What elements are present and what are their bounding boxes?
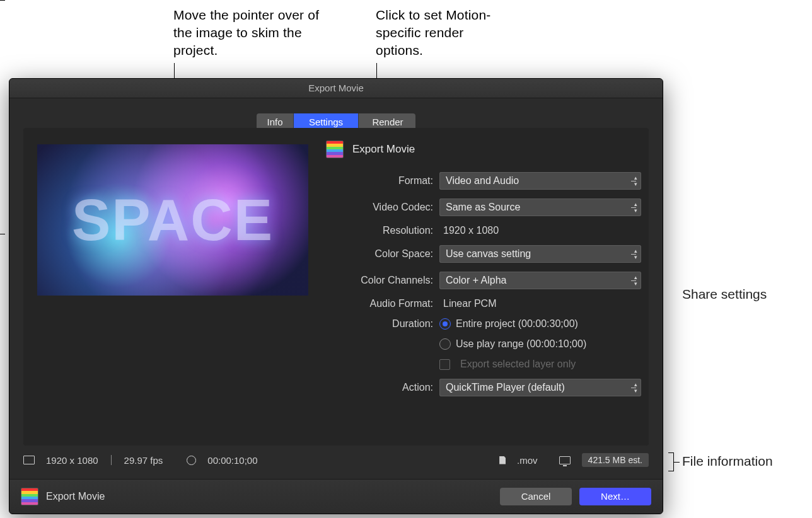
display-icon bbox=[559, 456, 571, 464]
dialog-body: SPACE Export Movie Format: Video and Aud… bbox=[23, 128, 649, 446]
chevron-updown-icon: ▴▾ bbox=[634, 248, 637, 260]
checkbox-export-selected-layer: Export selected layer only bbox=[439, 359, 641, 370]
label-color-space: Color Space: bbox=[326, 248, 433, 260]
info-extension: .mov bbox=[517, 455, 538, 466]
callout-share-settings: Share settings bbox=[682, 287, 767, 302]
radio-use-play-range[interactable]: Use play range (00:00:10;00) bbox=[439, 338, 641, 350]
popup-color-channels[interactable]: Color + Alpha ▴▾ bbox=[439, 272, 641, 289]
popup-action[interactable]: QuickTime Player (default) ▴▾ bbox=[439, 379, 641, 396]
window-title: Export Movie bbox=[9, 79, 663, 98]
export-header-label: Export Movie bbox=[352, 143, 415, 156]
radio-icon bbox=[439, 318, 451, 330]
popup-color-space-value: Use canvas setting bbox=[446, 248, 531, 259]
value-audio-format: Linear PCM bbox=[439, 298, 641, 309]
callout-render: Click to set Motion-specific render opti… bbox=[376, 6, 514, 59]
label-audio-format: Audio Format: bbox=[326, 298, 433, 309]
callout-file-information: File information bbox=[682, 454, 773, 469]
popup-color-space[interactable]: Use canvas setting ▴▾ bbox=[439, 245, 641, 263]
file-icon bbox=[499, 456, 506, 464]
clock-icon bbox=[187, 456, 196, 465]
label-resolution: Resolution: bbox=[326, 225, 433, 236]
separator bbox=[111, 455, 112, 465]
next-button[interactable]: Next… bbox=[579, 488, 651, 505]
info-duration: 00:00:10;00 bbox=[207, 455, 257, 466]
label-action: Action: bbox=[326, 382, 433, 393]
preview-thumbnail[interactable]: SPACE bbox=[37, 144, 308, 296]
label-video-codec: Video Codec: bbox=[326, 202, 433, 213]
popup-format[interactable]: Video and Audio ▴▾ bbox=[439, 172, 641, 190]
popup-color-channels-value: Color + Alpha bbox=[446, 275, 507, 285]
callout-skim: Move the pointer over of the image to sk… bbox=[173, 6, 337, 59]
dialog-footer: Export Movie Cancel Next… bbox=[9, 479, 663, 514]
checkbox-export-selected-layer-label: Export selected layer only bbox=[460, 359, 576, 370]
chevron-updown-icon: ▴▾ bbox=[634, 274, 637, 287]
label-duration: Duration: bbox=[326, 318, 433, 330]
export-movie-dialog: Export Movie Info Settings Render SPACE … bbox=[9, 78, 663, 514]
label-color-channels: Color Channels: bbox=[326, 275, 433, 286]
settings-grid: Format: Video and Audio ▴▾ Video Codec: … bbox=[326, 172, 635, 396]
label-format: Format: bbox=[326, 175, 433, 187]
export-header: Export Movie bbox=[326, 141, 415, 158]
info-dimensions: 1920 x 1080 bbox=[46, 455, 98, 466]
motion-app-icon bbox=[326, 141, 344, 158]
chevron-updown-icon: ▴▾ bbox=[634, 381, 637, 394]
cancel-button[interactable]: Cancel bbox=[500, 488, 572, 505]
chevron-updown-icon: ▴▾ bbox=[634, 201, 637, 214]
popup-action-value: QuickTime Player (default) bbox=[446, 382, 565, 393]
info-fps: 29.97 fps bbox=[124, 455, 163, 466]
radio-use-play-range-label: Use play range (00:00:10;00) bbox=[456, 338, 586, 350]
popup-video-codec-value: Same as Source bbox=[446, 202, 520, 212]
info-filesize: 421.5 MB est. bbox=[582, 453, 649, 467]
preview-text: SPACE bbox=[72, 187, 274, 253]
popup-video-codec[interactable]: Same as Source ▴▾ bbox=[439, 199, 641, 216]
frame-icon bbox=[23, 456, 35, 464]
radio-entire-project[interactable]: Entire project (00:00:30;00) bbox=[439, 318, 641, 330]
file-info-bar: 1920 x 1080 29.97 fps 00:00:10;00 .mov 4… bbox=[23, 451, 649, 469]
checkbox-icon bbox=[439, 359, 450, 370]
popup-format-value: Video and Audio bbox=[446, 175, 519, 186]
callout-brace bbox=[668, 452, 674, 471]
chevron-updown-icon: ▴▾ bbox=[634, 175, 637, 187]
callout-brace bbox=[0, 0, 5, 234]
radio-icon bbox=[439, 338, 451, 350]
radio-entire-project-label: Entire project (00:00:30;00) bbox=[456, 318, 578, 330]
motion-app-icon bbox=[21, 488, 38, 505]
footer-title: Export Movie bbox=[46, 491, 105, 502]
value-resolution: 1920 x 1080 bbox=[439, 225, 641, 236]
